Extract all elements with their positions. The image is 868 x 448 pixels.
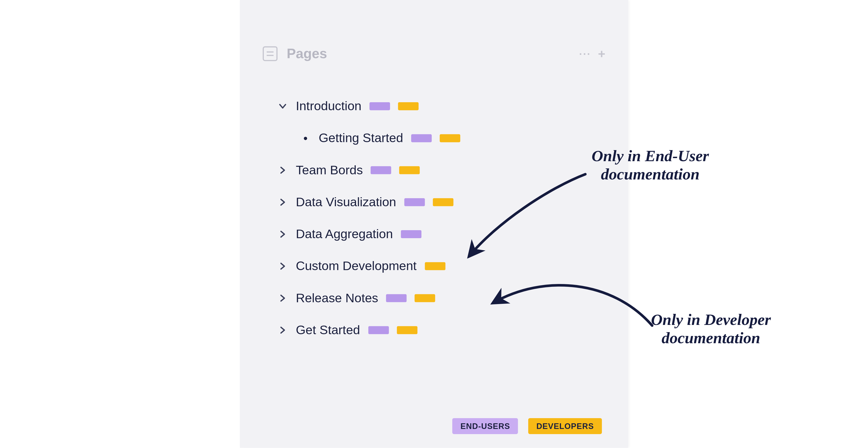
tag-yellow [433, 198, 453, 206]
tag-purple [386, 294, 407, 302]
tree-row-label: Team Bords [296, 163, 363, 178]
tag-yellow [397, 326, 417, 334]
tag-yellow [400, 166, 420, 174]
annotation-developer: Only in Developer documentation [651, 311, 771, 348]
legend-end-users: END-USERS [453, 418, 518, 434]
page-icon [262, 46, 278, 61]
bullet-icon: • [301, 131, 311, 145]
pages-title: Pages [287, 46, 327, 62]
more-icon[interactable]: ··· [579, 49, 591, 59]
pages-header-actions: ··· + [579, 48, 606, 60]
pages-panel: Pages ··· + Introduction•Getting Started… [240, 0, 628, 448]
tag-yellow [398, 102, 418, 110]
tree-row[interactable]: •Getting Started [262, 122, 605, 154]
pages-panel-header: Pages ··· + [262, 46, 605, 62]
tree-row-label: Introduction [296, 99, 362, 114]
chevron-down-icon[interactable] [278, 102, 288, 110]
tree-row-label: Release Notes [296, 291, 378, 306]
legend-developers: DEVELOPERS [528, 418, 602, 434]
tree-row[interactable]: Introduction [262, 90, 605, 122]
tag-purple [371, 166, 392, 174]
tag-legend: END-USERS DEVELOPERS [453, 418, 602, 434]
tree-row[interactable]: Data Aggregation [262, 218, 605, 250]
tree-row-label: Get Started [296, 323, 360, 337]
tag-purple [401, 230, 422, 238]
chevron-right-icon[interactable] [278, 262, 288, 270]
add-page-icon[interactable]: + [598, 48, 606, 60]
tag-yellow [415, 294, 435, 302]
tag-purple [368, 326, 389, 334]
chevron-right-icon[interactable] [278, 294, 288, 302]
tag-purple [404, 198, 425, 206]
tree-row[interactable]: Release Notes [262, 282, 605, 314]
illustration-stage: Pages ··· + Introduction•Getting Started… [0, 0, 868, 448]
tree-row[interactable]: Custom Development [262, 250, 605, 282]
tag-purple [369, 102, 390, 110]
tree-row[interactable]: Team Bords [262, 154, 605, 186]
chevron-right-icon[interactable] [278, 166, 288, 174]
tree-row-label: Data Aggregation [296, 227, 393, 242]
chevron-right-icon[interactable] [278, 198, 288, 206]
tree-row-label: Getting Started [319, 131, 403, 146]
tree-row[interactable]: Get Started [262, 314, 605, 346]
tag-yellow [440, 134, 460, 142]
tag-purple [411, 134, 432, 142]
tree-row[interactable]: Data Visualization [262, 186, 605, 218]
chevron-right-icon[interactable] [278, 230, 288, 238]
tag-yellow [425, 262, 445, 270]
tree-row-label: Data Visualization [296, 195, 396, 210]
chevron-right-icon[interactable] [278, 326, 288, 334]
pages-tree: Introduction•Getting StartedTeam BordsDa… [262, 90, 605, 346]
annotation-end-user: Only in End-User documentation [592, 147, 709, 184]
tree-row-label: Custom Development [296, 259, 416, 274]
